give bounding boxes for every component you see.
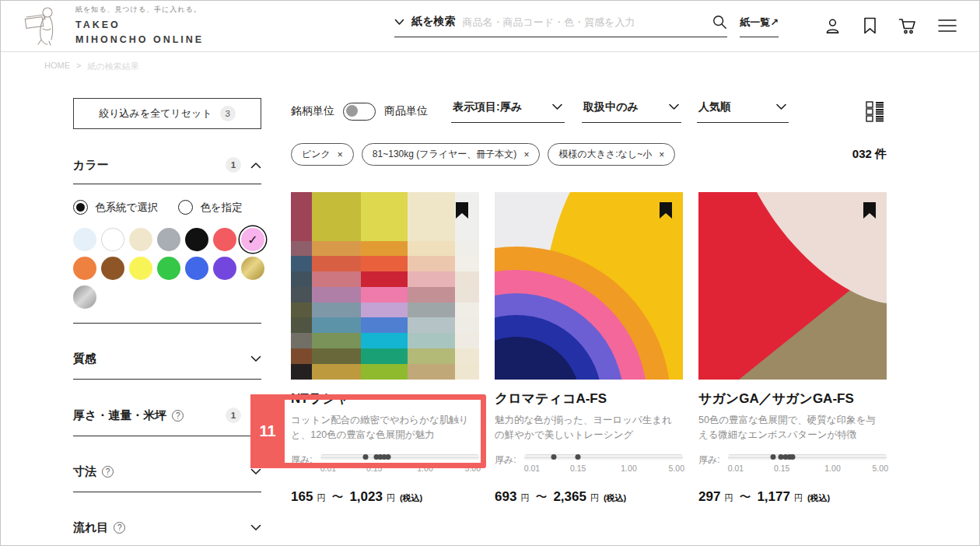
chevron-down-icon [250,412,261,419]
filter-section-size-header[interactable]: 寸法 ? [73,464,261,479]
filter-section-thickness: 厚さ・連量・米坪 ? 1 [73,408,261,436]
product-image[interactable] [698,192,887,380]
chevron-down-icon [250,468,261,475]
user-icon[interactable] [824,17,842,35]
header: 紙を知る、見つける、手に入れる。 TAKEO MIHONCHO ONLINE 紙… [0,0,980,52]
chevron-down-icon [250,355,261,362]
breadcrumb-separator: > [76,61,81,72]
search-input[interactable] [462,16,705,28]
filter-section-thickness-header[interactable]: 厚さ・連量・米坪 ? 1 [73,408,261,423]
dropdown-display-item[interactable]: 表示項目:厚み [451,100,565,123]
thickness-label: 厚み: [698,453,720,467]
chevron-up-icon [250,162,261,169]
unit-toggle-switch[interactable] [343,103,376,121]
filter-section-grain: 流れ目 ? [73,520,261,546]
breadcrumb-home[interactable]: HOME [44,61,70,72]
color-swatch[interactable] [129,228,152,251]
radio-color-family[interactable]: 色系統で選択 [73,200,158,215]
price-range: 693円 〜 2,365円 (税込) [495,489,683,505]
color-swatch[interactable] [73,285,96,309]
toggle-knob [346,105,358,117]
product-image[interactable] [495,192,683,380]
filter-chip-pattern[interactable]: 模様の大きさ:なし~小× [548,143,675,166]
paper-color-chart [291,192,479,380]
color-swatch[interactable] [157,228,180,251]
product-title[interactable]: クロマティコA-FS [495,390,683,408]
thickness-tick-label: 0.01 [728,464,744,473]
product-description: コットン配合の緻密でやわらかな肌触りと、120色の豊富な色展開が魅力 [291,413,476,443]
thickness-label: 厚み: [495,453,516,467]
radio-specify-color[interactable]: 色を指定 [178,200,242,215]
thickness-scale: 0.010.151.005.00 [728,453,887,476]
reset-count-badge: 3 [220,106,236,121]
color-count-badge: 1 [226,157,241,173]
filter-chip-weight[interactable]: 81~130kg (フライヤー、冊子本文)× [362,143,541,166]
brand-name-top: TAKEO [75,18,204,32]
bookmark-filled-icon[interactable] [456,202,468,219]
remove-chip-icon[interactable]: × [523,149,529,160]
filter-section-texture-header[interactable]: 質感 [73,352,261,366]
color-swatch[interactable] [185,257,208,280]
list-view-toggle-icon[interactable] [863,100,887,123]
color-swatch[interactable] [185,228,208,251]
remove-chip-icon[interactable]: × [659,149,664,160]
thickness-tick-label: 0.01 [524,464,540,473]
product-image[interactable] [291,192,479,380]
breadcrumb: HOME > 紙の検索結果 [0,52,980,72]
external-arrow-icon: ↗ [770,16,779,28]
filter-sidebar: 絞り込みを全てリセット 3 カラー 1 色系統で選択 色を [73,72,261,546]
thickness-dot [576,454,581,460]
color-swatch[interactable]: ✓ [241,228,264,251]
thickness-tick-label: 5.00 [669,464,684,473]
product-card[interactable]: クロマティコA-FS 魅力的な色が揃った、ヨーロッパ生まれの鮮やかで美しいトレー… [495,192,683,505]
thickness-label: 厚み: [291,453,313,467]
bookmark-filled-icon[interactable] [863,202,876,219]
search-bar[interactable]: 紙を検索 [394,14,727,37]
color-swatch[interactable] [101,257,124,280]
search-icon[interactable] [712,14,727,30]
thickness-track [320,454,479,460]
diagonal-paper-illustration [698,192,887,380]
dropdown-sort-popularity[interactable]: 人気順 [697,100,789,123]
filter-chip-pink[interactable]: ピンク× [291,143,354,166]
color-swatch[interactable] [129,257,152,280]
color-swatch[interactable] [73,228,96,251]
product-card[interactable]: サガンGA／サガンGA-FS 50色の豊富な色展開で、硬質な印象を与える微細なエ… [698,192,887,505]
result-count: 032 件 [852,147,887,162]
menu-icon[interactable] [938,19,957,33]
reset-filters-button[interactable]: 絞り込みを全てリセット 3 [73,98,261,129]
thickness-tick-label: 1.00 [417,464,432,473]
filter-section-grain-header[interactable]: 流れ目 ? [73,520,261,535]
thickness-count-badge: 1 [226,408,241,423]
product-title[interactable]: サガンGA／サガンGA-FS [698,390,887,408]
bookmark-icon[interactable] [863,17,877,34]
color-swatch[interactable] [157,257,180,280]
chevron-down-icon [394,19,404,26]
color-swatch[interactable] [101,228,124,251]
product-title[interactable]: NTラシャ [291,390,479,408]
thickness-dot [551,454,557,460]
product-card[interactable]: NTラシャ コットン配合の緻密でやわらかな肌触りと、120色の豊富な色展開が魅力… [291,192,479,505]
radio-selected-icon [73,200,88,215]
help-icon[interactable]: ? [102,466,114,478]
product-description: 魅力的な色が揃った、ヨーロッパ生まれの鮮やかで美しいトレーシング [495,413,680,443]
breadcrumb-current: 紙の検索結果 [87,61,138,72]
color-swatch[interactable] [73,257,96,280]
thickness-tick-label: 5.00 [465,464,481,473]
help-icon[interactable]: ? [172,410,184,422]
filter-section-color: カラー 1 色系統で選択 色を指定 ✓ [73,157,261,324]
dropdown-in-stock[interactable]: 取扱中のみ [582,100,681,123]
cart-icon[interactable] [898,17,917,35]
help-icon[interactable]: ? [114,522,125,534]
bookmark-filled-icon[interactable] [660,202,672,219]
thickness-scale: 0.010.151.005.00 [524,453,683,476]
paper-list-link[interactable]: 紙一覧↗ [740,16,779,37]
site-logo[interactable]: 紙を知る、見つける、手に入れる。 TAKEO MIHONCHO ONLINE [19,5,204,46]
product-description: 50色の豊富な色展開で、硬質な印象を与える微細なエンボスパターンが特徴 [698,413,884,443]
color-swatch[interactable] [213,228,236,251]
color-swatch[interactable] [213,257,236,280]
remove-chip-icon[interactable]: × [338,149,343,160]
filter-section-color-header[interactable]: カラー 1 [73,157,261,184]
color-swatch[interactable] [241,257,264,280]
thickness-dot [790,454,796,460]
